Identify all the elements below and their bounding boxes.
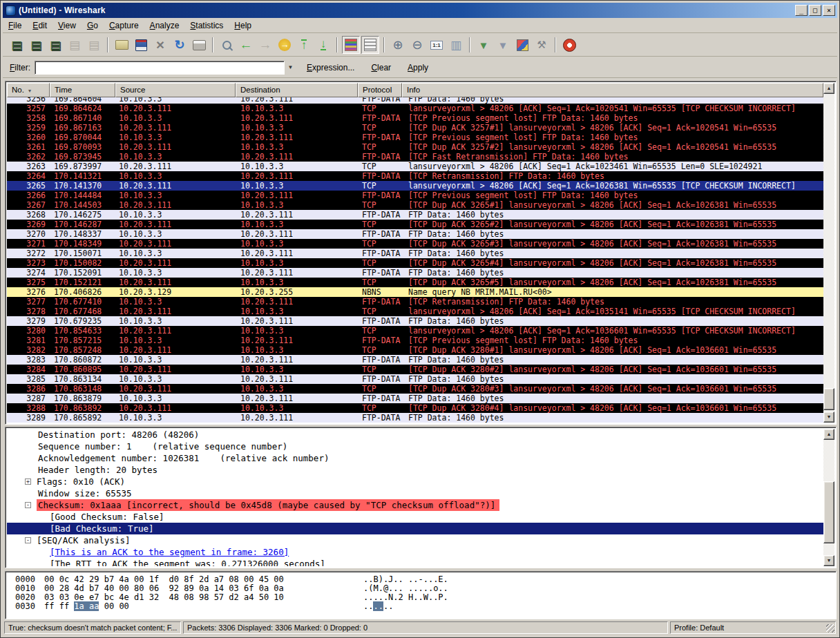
preferences-icon[interactable]: ⚒: [533, 36, 551, 54]
packet-row-3258[interactable]: 3258169.86714010.10.3.310.20.3.111FTP-DA…: [7, 113, 823, 123]
scroll-up-button[interactable]: ▲: [823, 83, 834, 94]
packet-row-3272[interactable]: 3272170.15007110.10.3.310.20.3.111FTP-DA…: [7, 249, 823, 258]
collapse-icon[interactable]: -: [25, 537, 31, 543]
coloring-rules-icon[interactable]: [513, 36, 531, 54]
packet-row-3259[interactable]: 3259169.86716310.20.3.11110.10.3.3TCP[TC…: [7, 123, 823, 133]
scrollbar-thumb[interactable]: [823, 388, 834, 410]
menu-go[interactable]: Go: [82, 19, 104, 32]
column-header-source[interactable]: Source: [115, 83, 236, 97]
detail-row[interactable]: +Flags: 0x10 (ACK): [7, 476, 823, 487]
menu-help[interactable]: Help: [229, 19, 257, 32]
zoom-in-icon[interactable]: ⊕: [389, 36, 407, 54]
details-scroll-up-button[interactable]: ▲: [823, 429, 834, 440]
packet-row-3267[interactable]: 3267170.14450310.20.3.11110.10.3.3TCP[TC…: [7, 200, 823, 210]
capture-restart-icon[interactable]: ▤: [85, 36, 103, 54]
clear-button[interactable]: Clear: [365, 61, 397, 75]
minimize-button[interactable]: _: [795, 5, 808, 16]
packet-row-3268[interactable]: 3268170.14627510.10.3.310.20.3.111FTP-DA…: [7, 210, 823, 220]
packet-row-3280[interactable]: 3280170.85463310.20.3.11110.10.3.3TCPlan…: [7, 326, 823, 336]
packet-row-3257[interactable]: 3257169.86462410.20.3.11110.10.3.3TCPlan…: [7, 104, 823, 113]
reload-icon[interactable]: ↻: [171, 36, 189, 54]
packet-row-3289[interactable]: 3289170.86589210.10.3.310.20.3.111FTP-DA…: [7, 413, 823, 423]
packet-row-3282[interactable]: 3282170.85724810.20.3.11110.10.3.3TCP[TC…: [7, 345, 823, 355]
packet-row-3269[interactable]: 3269170.14628710.20.3.11110.10.3.3TCP[TC…: [7, 220, 823, 229]
detail-row[interactable]: [Bad Checksum: True]: [7, 523, 823, 534]
save-file-icon[interactable]: [132, 36, 150, 54]
detail-row[interactable]: -[SEQ/ACK analysis]: [7, 534, 823, 546]
detail-row[interactable]: -Checksum: 0x1aaa [incorrect, should be …: [7, 499, 823, 511]
maximize-button[interactable]: □: [809, 5, 821, 16]
expand-icon[interactable]: +: [25, 478, 31, 485]
filter-input[interactable]: [35, 61, 285, 75]
packet-row-3261[interactable]: 3261169.87009310.20.3.11110.10.3.3TCP[TC…: [7, 142, 823, 152]
resize-grip[interactable]: [826, 624, 834, 632]
packet-row-3283[interactable]: 3283170.86087210.10.3.310.20.3.111FTP-DA…: [7, 355, 823, 365]
capture-options-icon[interactable]: ▤: [27, 36, 45, 54]
detail-row[interactable]: [Good Checksum: False]: [7, 511, 823, 523]
column-header-destination[interactable]: Destination: [236, 83, 358, 97]
menu-capture[interactable]: Capture: [104, 19, 144, 32]
menu-view[interactable]: View: [52, 19, 82, 32]
go-back-icon[interactable]: ←: [237, 36, 255, 54]
scroll-down-button[interactable]: ▼: [823, 412, 834, 423]
display-filter-icon[interactable]: ▼: [494, 36, 512, 54]
apply-button[interactable]: Apply: [402, 61, 434, 75]
detail-row[interactable]: [The RTT to ACK the segment was: 0.27132…: [7, 558, 823, 566]
packet-row-3273[interactable]: 3273170.15008210.20.3.11110.10.3.3TCP[TC…: [7, 258, 823, 268]
packet-list-scrollbar[interactable]: ▲ ▼: [823, 83, 834, 423]
capture-stop-icon[interactable]: ▤: [66, 36, 84, 54]
hex-dump-pane[interactable]: 000000 0c 42 29 b7 4a 00 1f d0 8f 2d a7 …: [5, 571, 837, 619]
open-file-icon[interactable]: [113, 36, 131, 54]
packet-row-3278[interactable]: 3278170.67746810.20.3.11110.10.3.3TCPlan…: [7, 307, 823, 316]
close-capture-icon[interactable]: ✕: [151, 36, 169, 54]
packet-row-3286[interactable]: 3286170.86314810.20.3.11110.10.3.3TCP[TC…: [7, 384, 823, 394]
go-to-top-icon[interactable]: ↑: [295, 36, 313, 54]
filter-dropdown-arrow[interactable]: ▼: [285, 61, 296, 75]
packet-row-3271[interactable]: 3271170.14834910.20.3.11110.10.3.3TCP[TC…: [7, 239, 823, 249]
go-to-packet-icon[interactable]: →: [276, 36, 294, 54]
packet-row-3287[interactable]: 3287170.86387910.10.3.310.20.3.111FTP-DA…: [7, 394, 823, 403]
packet-row-3276[interactable]: 3276170.40682610.20.3.12910.20.3.255NBNS…: [7, 287, 823, 297]
capture-filter-icon[interactable]: ▼: [475, 36, 493, 54]
help-icon[interactable]: [560, 36, 578, 54]
title-bar[interactable]: (Untitled) - Wireshark _ □ ✕: [3, 3, 837, 18]
capture-start-icon[interactable]: ▤: [46, 36, 64, 54]
detail-row[interactable]: Sequence number: 1 (relative sequence nu…: [7, 441, 823, 452]
detail-row[interactable]: Destination port: 48206 (48206): [7, 429, 823, 441]
packet-row-3279[interactable]: 3279170.67923510.10.3.310.20.3.111FTP-DA…: [7, 316, 823, 326]
zoom-out-icon[interactable]: ⊖: [408, 36, 426, 54]
packet-row-3275[interactable]: 3275170.15212110.20.3.11110.10.3.3TCP[TC…: [7, 278, 823, 287]
resize-columns-icon[interactable]: ▥: [447, 36, 465, 54]
autoscroll-toggle-icon[interactable]: [361, 36, 379, 54]
packet-row-3262[interactable]: 3262169.87394510.10.3.310.20.3.111FTP-DA…: [7, 152, 823, 162]
packet-row-3288[interactable]: 3288170.86389210.20.3.11110.10.3.3TCP[TC…: [7, 403, 823, 413]
zoom-100-icon[interactable]: 1:1: [428, 36, 446, 54]
menu-edit[interactable]: Edit: [27, 19, 52, 32]
menu-analyze[interactable]: Analyze: [144, 19, 185, 32]
detail-row[interactable]: Window size: 65535: [7, 487, 823, 499]
packet-row-3270[interactable]: 3270170.14833710.10.3.310.20.3.111FTP-DA…: [7, 229, 823, 239]
packet-row-3285[interactable]: 3285170.86313410.10.3.310.20.3.111FTP-DA…: [7, 374, 823, 384]
packet-row-3277[interactable]: 3277170.67741010.10.3.310.20.3.111FTP-DA…: [7, 297, 823, 307]
list-interfaces-icon[interactable]: ▤: [8, 36, 26, 54]
menu-statistics[interactable]: Statistics: [184, 19, 229, 32]
detail-row[interactable]: [This is an ACK to the segment in frame:…: [7, 546, 823, 558]
packet-row-3263[interactable]: 3263169.87399710.20.3.11110.10.3.3TCPlan…: [7, 162, 823, 171]
menu-file[interactable]: File: [3, 19, 27, 32]
go-to-bottom-icon[interactable]: ↓: [314, 36, 332, 54]
hex-line-0020[interactable]: 002003 03 0e e7 bc 4e d1 32 48 08 98 57 …: [15, 593, 836, 602]
packet-row-3284[interactable]: 3284170.86089510.20.3.11110.10.3.3TCP[TC…: [7, 365, 823, 374]
packet-row-3256[interactable]: 3256169.86460410.10.3.310.20.3.111FTP-DA…: [7, 97, 823, 104]
colorize-toggle-icon[interactable]: [342, 36, 360, 54]
find-packet-icon[interactable]: [218, 36, 236, 54]
details-scroll-down-button[interactable]: ▼: [823, 555, 834, 566]
details-scrollbar-thumb[interactable]: [823, 481, 834, 543]
packet-row-3266[interactable]: 3266170.14448410.10.3.310.20.3.111FTP-DA…: [7, 191, 823, 200]
detail-row[interactable]: Header length: 20 bytes: [7, 464, 823, 476]
details-scrollbar[interactable]: ▲ ▼: [823, 429, 834, 566]
column-header-time[interactable]: Time: [50, 83, 115, 97]
column-header-info[interactable]: Info: [402, 83, 823, 97]
hex-line-0030[interactable]: 0030ff ff 1a aa 00 00......: [15, 602, 836, 611]
packet-row-3264[interactable]: 3264170.14132110.10.3.310.20.3.111FTP-DA…: [7, 171, 823, 181]
packet-row-3281[interactable]: 3281170.85721510.10.3.310.20.3.111FTP-DA…: [7, 336, 823, 345]
